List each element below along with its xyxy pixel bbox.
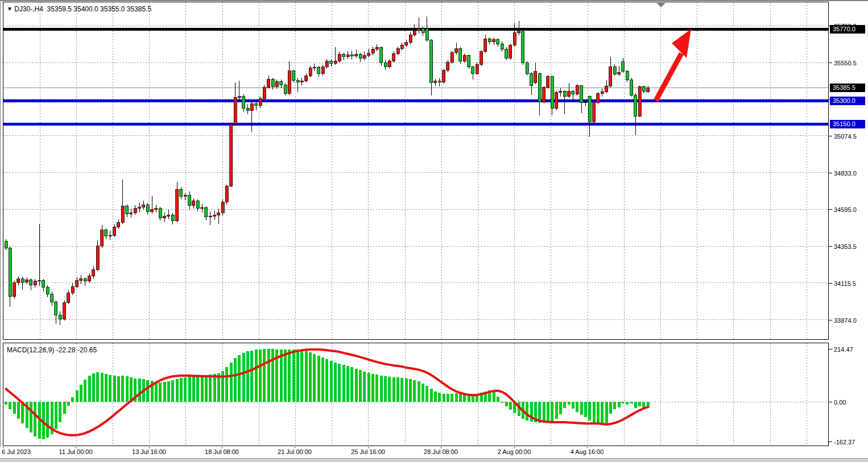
- candle-up[interactable]: [313, 67, 316, 68]
- candle-up[interactable]: [605, 86, 608, 91]
- candle-down[interactable]: [84, 279, 86, 281]
- trend-arrow[interactable]: [656, 29, 691, 101]
- candle-up[interactable]: [375, 47, 378, 49]
- candle-down[interactable]: [180, 189, 183, 196]
- time-axis[interactable]: 6 Jul 202311 Jul 00:0013 Jul 16:0018 Jul…: [0, 447, 868, 457]
- candle-down[interactable]: [46, 288, 49, 294]
- candle-down[interactable]: [626, 71, 629, 80]
- candle-up[interactable]: [513, 33, 516, 45]
- candle-down[interactable]: [159, 209, 162, 218]
- candle-up[interactable]: [396, 49, 399, 54]
- candle-up[interactable]: [476, 64, 478, 73]
- candle-down[interactable]: [296, 80, 299, 82]
- candle-up[interactable]: [263, 88, 266, 99]
- candle-up[interactable]: [367, 53, 370, 56]
- candle-down[interactable]: [280, 81, 283, 85]
- candle-up[interactable]: [155, 209, 158, 209]
- candle-down[interactable]: [284, 85, 287, 94]
- candle-up[interactable]: [67, 293, 70, 303]
- candle-up[interactable]: [63, 303, 66, 319]
- candle-up[interactable]: [363, 56, 366, 58]
- candle-up[interactable]: [113, 227, 116, 235]
- candle-up[interactable]: [259, 99, 262, 106]
- candle-down[interactable]: [572, 91, 574, 94]
- candle-up[interactable]: [305, 76, 308, 81]
- candle-up[interactable]: [418, 28, 420, 30]
- candle-up[interactable]: [250, 104, 253, 110]
- candle-down[interactable]: [497, 40, 499, 44]
- candle-down[interactable]: [30, 280, 32, 285]
- candle-up[interactable]: [447, 62, 449, 70]
- candle-down[interactable]: [622, 61, 625, 71]
- candle-down[interactable]: [472, 67, 474, 73]
- candle-up[interactable]: [534, 72, 537, 83]
- candle-down[interactable]: [522, 31, 524, 63]
- candle-down[interactable]: [242, 97, 245, 108]
- candle-down[interactable]: [459, 49, 462, 61]
- candle-up[interactable]: [134, 209, 137, 213]
- candle-up[interactable]: [576, 86, 578, 94]
- candle-up[interactable]: [101, 230, 104, 246]
- candle-down[interactable]: [317, 67, 320, 73]
- candle-up[interactable]: [388, 61, 391, 66]
- candle-up[interactable]: [209, 216, 212, 217]
- candle-up[interactable]: [584, 102, 587, 102]
- candle-up[interactable]: [184, 195, 187, 196]
- candle-up[interactable]: [167, 215, 170, 217]
- candle-up[interactable]: [80, 279, 82, 281]
- candle-down[interactable]: [126, 206, 129, 214]
- candle-down[interactable]: [530, 74, 533, 86]
- candle-down[interactable]: [430, 40, 433, 83]
- candle-down[interactable]: [613, 66, 616, 74]
- candle-down[interactable]: [271, 79, 274, 86]
- candle-up[interactable]: [309, 68, 312, 76]
- candle-down[interactable]: [350, 55, 353, 56]
- candle-down[interactable]: [538, 73, 541, 102]
- candle-up[interactable]: [176, 189, 179, 220]
- macd-indicator-panel[interactable]: MACD(12,26,9) -22.28 -20.65: [3, 343, 829, 446]
- candle-up[interactable]: [355, 54, 358, 56]
- candle-down[interactable]: [196, 201, 199, 208]
- candle-down[interactable]: [551, 77, 553, 109]
- candle-down[interactable]: [421, 28, 424, 32]
- candle-down[interactable]: [9, 248, 11, 297]
- candle-up[interactable]: [597, 93, 600, 102]
- candle-up[interactable]: [647, 88, 650, 92]
- candle-up[interactable]: [455, 49, 458, 53]
- candle-down[interactable]: [42, 281, 45, 288]
- candle-up[interactable]: [450, 53, 453, 62]
- candle-up[interactable]: [17, 279, 20, 283]
- candle-up[interactable]: [509, 45, 512, 58]
- candle-up[interactable]: [221, 202, 224, 213]
- candle-up[interactable]: [225, 186, 228, 202]
- candle-up[interactable]: [117, 222, 120, 227]
- candle-down[interactable]: [468, 55, 470, 67]
- candle-up[interactable]: [405, 43, 408, 45]
- candle-down[interactable]: [501, 44, 503, 49]
- macd-axis[interactable]: 214.470.00-162.37: [829, 343, 868, 446]
- candle-down[interactable]: [59, 315, 61, 319]
- candle-up[interactable]: [559, 91, 562, 93]
- candle-up[interactable]: [151, 209, 154, 211]
- candle-up[interactable]: [96, 246, 99, 270]
- candle-down[interactable]: [425, 28, 428, 40]
- candle-up[interactable]: [213, 215, 216, 216]
- candle-up[interactable]: [547, 77, 549, 88]
- candle-down[interactable]: [188, 195, 191, 206]
- macd-chart-canvas[interactable]: [3, 343, 828, 446]
- chart-shift-marker-icon[interactable]: [656, 3, 666, 7]
- price-chart-panel[interactable]: ▼ DJ30-,H4 35359.5 35400.0 35355.0 35385…: [3, 2, 829, 340]
- candle-up[interactable]: [638, 86, 641, 116]
- candle-down[interactable]: [330, 61, 333, 64]
- price-axis[interactable]: 35792.035550.535312.035074.534833.034595…: [829, 2, 868, 340]
- candle-up[interactable]: [568, 91, 571, 97]
- candle-up[interactable]: [392, 53, 395, 61]
- candle-down[interactable]: [505, 49, 508, 58]
- candle-up[interactable]: [92, 270, 95, 276]
- candle-up[interactable]: [300, 81, 303, 82]
- candle-up[interactable]: [234, 98, 237, 124]
- candle-down[interactable]: [171, 215, 174, 220]
- candle-up[interactable]: [484, 39, 487, 52]
- candle-up[interactable]: [334, 61, 337, 63]
- candle-up[interactable]: [443, 70, 445, 82]
